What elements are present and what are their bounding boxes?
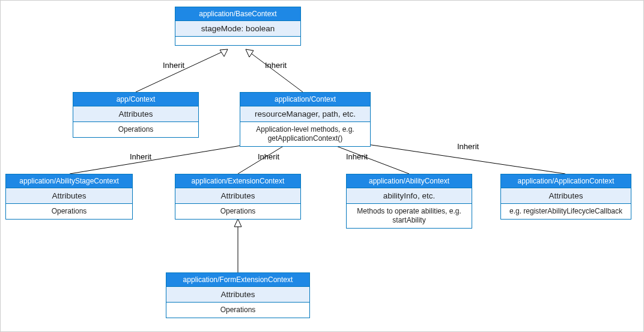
- class-attributes: Attributes: [73, 106, 198, 122]
- class-operations: Operations: [6, 204, 132, 219]
- class-title: application/AbilityStageContext: [6, 174, 132, 188]
- class-attributes: resourceManager, path, etc.: [240, 106, 370, 122]
- class-attributes: abilityInfo, etc.: [347, 188, 472, 204]
- class-title: application/FormExtensionContext: [166, 273, 309, 287]
- class-ability-context: application/AbilityContext abilityInfo, …: [346, 174, 472, 229]
- svg-marker-3: [246, 49, 254, 57]
- class-operations: Operations: [175, 204, 300, 219]
- class-title: app/Context: [73, 93, 198, 106]
- edge-label-inherit: Inherit: [163, 61, 184, 70]
- class-attributes: Attributes: [6, 188, 132, 204]
- edge-label-inherit: Inherit: [457, 142, 479, 151]
- class-operations: [175, 37, 300, 45]
- class-application-context: application/Context resourceManager, pat…: [240, 92, 371, 147]
- class-attributes: Attributes: [166, 287, 309, 303]
- class-title: application/ApplicationContext: [501, 174, 631, 188]
- class-application-level-context: application/ApplicationContext Attribute…: [500, 174, 631, 220]
- class-ability-stage-context: application/AbilityStageContext Attribut…: [5, 174, 133, 220]
- class-operations: Methods to operate abilities, e.g. start…: [347, 204, 472, 228]
- class-operations: Application-level methods, e.g. getAppli…: [240, 122, 370, 146]
- edge-label-inherit: Inherit: [265, 61, 287, 70]
- edge-label-inherit: Inherit: [130, 152, 151, 161]
- class-operations: Operations: [73, 122, 198, 137]
- class-title: application/BaseContext: [175, 7, 300, 21]
- class-title: application/ExtensionContext: [175, 174, 300, 188]
- edge-label-inherit: Inherit: [258, 152, 279, 161]
- svg-marker-13: [234, 219, 242, 227]
- class-operations: Operations: [166, 303, 309, 318]
- class-title: application/AbilityContext: [347, 174, 472, 188]
- edge-label-inherit: Inherit: [346, 152, 368, 161]
- svg-marker-1: [220, 49, 228, 57]
- class-operations: e.g. registerAbilityLifecycleCallback: [501, 204, 631, 219]
- uml-edges: [1, 1, 644, 332]
- class-app-context-legacy: app/Context Attributes Operations: [73, 92, 199, 138]
- svg-line-2: [246, 49, 303, 92]
- svg-line-0: [136, 49, 228, 92]
- class-form-extension-context: application/FormExtensionContext Attribu…: [166, 272, 310, 318]
- class-base-context: application/BaseContext stageMode: boole…: [175, 7, 301, 46]
- class-attributes: Attributes: [501, 188, 631, 204]
- class-extension-context: application/ExtensionContext Attributes …: [175, 174, 301, 220]
- class-attributes: stageMode: boolean: [175, 21, 300, 37]
- class-title: application/Context: [240, 93, 370, 106]
- class-attributes: Attributes: [175, 188, 300, 204]
